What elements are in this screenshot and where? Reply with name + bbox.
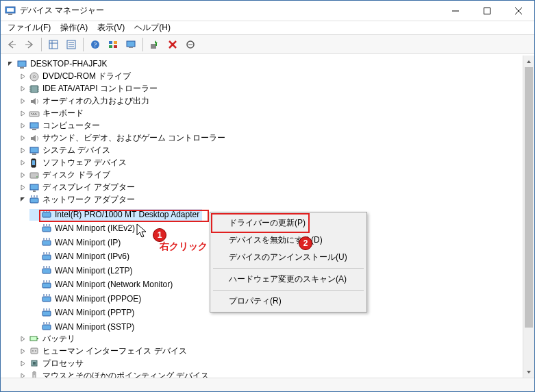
- expand-icon[interactable]: [18, 84, 27, 93]
- device-tree[interactable]: DESKTOP-FHAJFJK DVD/CD-ROM ドライブIDE ATA/A…: [1, 56, 523, 378]
- svg-rect-42: [33, 113, 34, 114]
- menu-file[interactable]: ファイル(F): [3, 21, 55, 34]
- tree-root[interactable]: DESKTOP-FHAJFJK: [5, 58, 110, 70]
- svg-point-98: [32, 350, 34, 352]
- tree-category[interactable]: バッテリ: [17, 333, 78, 345]
- tree-category[interactable]: オーディオの入力および出力: [17, 95, 152, 107]
- scroll-thumb[interactable]: [525, 67, 533, 328]
- tree-category[interactable]: マウスとそのほかのポインティング デバイス: [17, 370, 212, 378]
- collapse-icon[interactable]: [18, 195, 27, 204]
- tree-category-label: ソフトウェア デバイス: [41, 157, 128, 169]
- expand-icon[interactable]: [18, 72, 27, 81]
- expand-icon[interactable]: [18, 371, 27, 378]
- minimize-button[interactable]: [440, 1, 471, 21]
- tree-device[interactable]: WAN Miniport (L2TP): [29, 265, 136, 277]
- tree-category[interactable]: IDE ATA/ATAPI コントローラー: [17, 83, 160, 95]
- tree-category[interactable]: ソフトウェア デバイス: [17, 157, 129, 169]
- ctx-properties[interactable]: プロパティ(R): [212, 293, 364, 310]
- expand-icon[interactable]: [18, 158, 27, 167]
- vertical-scrollbar[interactable]: [523, 56, 534, 378]
- chip-icon: [29, 84, 40, 95]
- tree-device[interactable]: WAN Miniport (PPTP): [29, 307, 137, 319]
- scroll-up-button[interactable]: [523, 56, 534, 67]
- properties-button[interactable]: [63, 36, 79, 53]
- cpu-icon: [29, 358, 40, 369]
- tree-device[interactable]: WAN Miniport (IKEv2): [29, 223, 138, 234]
- svg-rect-29: [18, 61, 26, 66]
- tree-category[interactable]: ディスク ドライブ: [17, 169, 113, 181]
- svg-rect-1: [7, 8, 14, 12]
- window-controls: [440, 1, 534, 21]
- annotation-text-right-click: 右クリック: [160, 241, 208, 253]
- close-button[interactable]: [503, 1, 534, 21]
- svg-rect-41: [31, 113, 32, 114]
- tree-device-label: WAN Miniport (PPTP): [53, 307, 136, 319]
- net-icon: [41, 308, 52, 319]
- help-button[interactable]: ?: [87, 36, 103, 53]
- tree-category[interactable]: ヒューマン インターフェイス デバイス: [17, 345, 190, 357]
- cursor-icon: [136, 223, 149, 238]
- maximize-button[interactable]: [471, 1, 503, 21]
- statusbar: [1, 378, 534, 391]
- tree-category-network[interactable]: ネットワーク アダプター: [17, 194, 138, 206]
- tree-device[interactable]: WAN Miniport (SSTP): [29, 321, 137, 333]
- menu-help[interactable]: ヘルプ(H): [130, 21, 175, 34]
- svg-rect-45: [30, 123, 38, 128]
- annotation-highlight-2: [211, 213, 310, 233]
- show-hide-tree-button[interactable]: [45, 36, 62, 53]
- menu-action[interactable]: 操作(A): [56, 21, 92, 34]
- tree-device[interactable]: WAN Miniport (IPv6): [29, 251, 132, 262]
- enable-disable-button[interactable]: [182, 36, 199, 53]
- tree-device-label: WAN Miniport (L2TP): [53, 265, 134, 277]
- svg-rect-25: [155, 42, 157, 46]
- scan-hardware-button[interactable]: [123, 36, 139, 53]
- svg-rect-33: [31, 86, 38, 93]
- expand-icon[interactable]: [18, 171, 27, 180]
- back-button[interactable]: [3, 36, 20, 53]
- ctx-scan-hardware[interactable]: ハードウェア変更のスキャン(A): [212, 271, 364, 288]
- tree-category[interactable]: ディスプレイ アダプター: [17, 182, 138, 193]
- collapse-icon[interactable]: [6, 60, 15, 69]
- update-driver-button[interactable]: [147, 36, 163, 53]
- tree-root-label: DESKTOP-FHAJFJK: [29, 58, 108, 70]
- view-list-button[interactable]: [105, 36, 121, 53]
- expand-icon[interactable]: [18, 183, 27, 192]
- expand-icon[interactable]: [18, 347, 27, 356]
- forward-button[interactable]: [21, 36, 38, 53]
- tree-device[interactable]: Intel(R) PRO/1000 MT Desktop Adapter: [29, 209, 202, 221]
- app-icon: [5, 5, 16, 16]
- ctx-uninstall-device[interactable]: デバイスのアンインストール(U): [212, 249, 364, 266]
- svg-rect-59: [42, 212, 51, 217]
- scroll-down-button[interactable]: [523, 366, 534, 378]
- tree-category[interactable]: DVD/CD-ROM ドライブ: [17, 71, 134, 82]
- uninstall-button[interactable]: [164, 36, 181, 53]
- tree-category[interactable]: サウンド、ビデオ、およびゲーム コントローラー: [17, 132, 228, 144]
- tree-category[interactable]: プロセッサ: [17, 358, 86, 369]
- expand-icon[interactable]: [18, 121, 27, 130]
- expand-icon[interactable]: [18, 109, 27, 118]
- ctx-separator: [213, 268, 364, 269]
- tree-category-label: DVD/CD-ROM ドライブ: [41, 71, 132, 82]
- menu-view[interactable]: 表示(V): [93, 21, 129, 34]
- expand-icon[interactable]: [18, 97, 27, 106]
- svg-rect-96: [37, 338, 38, 339]
- tree-device[interactable]: WAN Miniport (IP): [29, 237, 123, 249]
- svg-rect-21: [114, 45, 117, 48]
- ctx-update-driver[interactable]: ドライバーの更新(P): [212, 215, 364, 232]
- hid-icon: [29, 345, 40, 356]
- tree-category-label: キーボード: [41, 108, 85, 119]
- tree-category[interactable]: システム デバイス: [17, 145, 113, 156]
- expand-icon[interactable]: [18, 359, 27, 368]
- net-icon: [41, 209, 52, 220]
- tree-device[interactable]: WAN Miniport (Network Monitor): [29, 279, 175, 291]
- titlebar: デバイス マネージャー: [1, 1, 534, 21]
- expand-icon[interactable]: [18, 334, 27, 343]
- speaker-icon: [29, 133, 40, 144]
- tree-category[interactable]: キーボード: [17, 108, 86, 119]
- expand-icon[interactable]: [18, 134, 27, 143]
- tree-category[interactable]: コンピューター: [17, 120, 103, 132]
- expand-icon[interactable]: [18, 146, 27, 155]
- tree-device[interactable]: WAN Miniport (PPPOE): [29, 293, 144, 305]
- ctx-disable-device[interactable]: デバイスを無効にする(D): [212, 232, 364, 249]
- svg-rect-18: [109, 41, 112, 44]
